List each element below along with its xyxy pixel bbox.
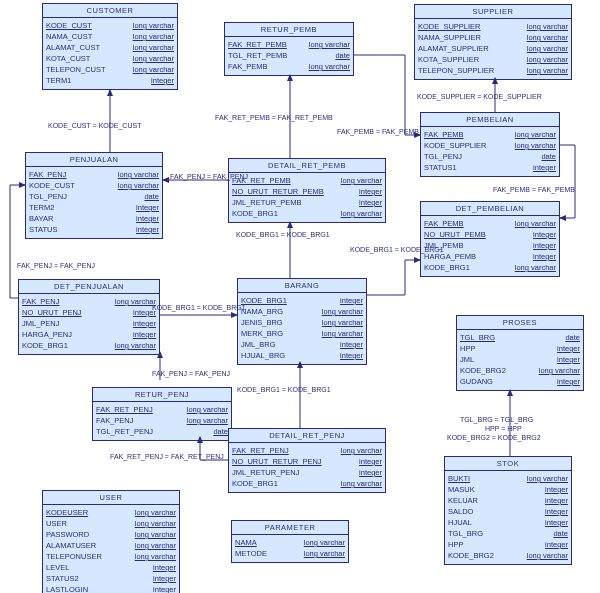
field-type: long varchar — [118, 180, 159, 191]
field-type: long varchar — [133, 64, 174, 75]
rel-label: KODE_BRG1 = KODE_BRG1 — [236, 231, 330, 238]
field-type: integer — [359, 456, 382, 467]
field-type: long varchar — [527, 43, 568, 54]
field-type: long varchar — [133, 20, 174, 31]
rel-label: KODE_BRG2 = KODE_BRG2 — [447, 434, 541, 441]
field-row: HARGA_PENJinteger — [22, 329, 156, 340]
entity-det-penjualan: DET_PENJUALAN FAK_PENJlong varcharNO_URU… — [18, 279, 160, 355]
rel-label: FAK_PENJ = FAK_PENJ — [170, 173, 248, 180]
field-type: long varchar — [309, 39, 350, 50]
field-type: integer — [533, 251, 556, 262]
field-name: TGL_BRG — [460, 332, 495, 343]
field-row: KELUARinteger — [448, 495, 568, 506]
entity-title: DETAIL_RET_PEMB — [229, 159, 385, 173]
field-row: FAK_PENJlong varchar — [22, 296, 156, 307]
rel-label: KODE_CUST = KODE_CUST — [48, 122, 141, 129]
field-type: long varchar — [515, 262, 556, 273]
field-row: HJUALinteger — [448, 517, 568, 528]
field-type: integer — [545, 495, 568, 506]
field-type: long varchar — [341, 175, 382, 186]
field-type: long varchar — [515, 129, 556, 140]
field-name: STATUS2 — [46, 573, 79, 584]
rel-label: TGL_BRG = TGL_BRG — [460, 416, 533, 423]
field-name: JML_BRG — [241, 339, 276, 350]
field-name: TGL_PENJ — [29, 191, 67, 202]
field-name: KOTA_CUST — [46, 53, 90, 64]
field-type: long varchar — [539, 365, 580, 376]
field-name: FAK_RET_PEMB — [228, 39, 287, 50]
field-row: KODEUSERlong varchar — [46, 507, 176, 518]
field-type: date — [541, 151, 556, 162]
rel-label: FAK_PEMB = FAK_PEMB — [337, 128, 419, 135]
field-row: FAK_PEMBlong varchar — [424, 218, 556, 229]
field-name: ALAMATUSER — [46, 540, 96, 551]
field-type: integer — [545, 506, 568, 517]
field-row: KOTA_SUPPLIERlong varchar — [418, 54, 568, 65]
field-row: JMLinteger — [460, 354, 580, 365]
field-row: LEVELinteger — [46, 562, 176, 573]
entity-title: DET_PENJUALAN — [19, 280, 159, 294]
field-name: KODE_CUST — [46, 20, 92, 31]
rel-label: FAK_RET_PENJ = FAK_RET_PENJ — [110, 453, 224, 460]
field-row: NO_URUT_PENJinteger — [22, 307, 156, 318]
entity-supplier: SUPPLIER KODE_SUPPLIERlong varcharNAMA_S… — [414, 4, 572, 80]
field-row: NO_URUT_RETUR_PEMBinteger — [232, 186, 382, 197]
field-row: KODE_SUPPLIERlong varchar — [418, 21, 568, 32]
field-name: HPP — [448, 539, 463, 550]
field-name: GUDANG — [460, 376, 493, 387]
field-name: MERK_BRG — [241, 328, 283, 339]
rel-label: FAK_PEMB = FAK_PEMB — [493, 186, 575, 193]
field-type: long varchar — [322, 328, 363, 339]
field-type: long varchar — [527, 65, 568, 76]
field-type: long varchar — [515, 218, 556, 229]
field-name: NAMA_BRG — [241, 306, 283, 317]
entity-title: BARANG — [238, 279, 366, 293]
field-row: FAK_PEMBlong varchar — [424, 129, 556, 140]
field-name: NAMA_SUPPLIER — [418, 32, 481, 43]
entity-title: STOK — [445, 457, 571, 471]
field-type: long varchar — [515, 140, 556, 151]
field-name: HARGA_PENJ — [22, 329, 72, 340]
field-name: ALAMAT_CUST — [46, 42, 100, 53]
field-row: STATUS2integer — [46, 573, 176, 584]
field-type: long varchar — [187, 415, 228, 426]
field-row: JML_RETUR_PEMBinteger — [232, 197, 382, 208]
field-type: integer — [557, 343, 580, 354]
field-row: FAK_PENJlong varchar — [29, 169, 159, 180]
field-type: long varchar — [309, 61, 350, 72]
rel-label: KODE_SUPPLIER = KODE_SUPPLIER — [417, 93, 542, 100]
field-row: TELEPONUSERlong varchar — [46, 551, 176, 562]
field-type: integer — [340, 295, 363, 306]
field-row: KODE_BRG2long varchar — [448, 550, 568, 561]
field-name: KODE_CUST — [29, 180, 75, 191]
field-row: TGL_PENJdate — [29, 191, 159, 202]
field-type: long varchar — [341, 445, 382, 456]
rel-label: KODE_BRG1 = KODE_BRG1 — [152, 304, 246, 311]
field-row: JML_RETUR_PENJinteger — [232, 467, 382, 478]
field-type: long varchar — [118, 169, 159, 180]
field-name: TELEPONUSER — [46, 551, 102, 562]
entity-penjualan: PENJUALAN FAK_PENJlong varcharKODE_CUSTl… — [25, 152, 163, 239]
field-name: NAMA_CUST — [46, 31, 92, 42]
field-type: long varchar — [135, 507, 176, 518]
field-name: ALAMAT_SUPPLIER — [418, 43, 489, 54]
field-type: long varchar — [133, 42, 174, 53]
field-type: integer — [153, 573, 176, 584]
field-name: KELUAR — [448, 495, 478, 506]
field-name: KODE_BRG1 — [232, 208, 278, 219]
field-type: integer — [153, 562, 176, 573]
field-name: TGL_RET_PEMB — [228, 50, 287, 61]
field-row: FAK_RET_PEMBlong varchar — [232, 175, 382, 186]
field-row: PASSWORDlong varchar — [46, 529, 176, 540]
field-name: JML_RETUR_PEMB — [232, 197, 302, 208]
field-type: date — [213, 426, 228, 437]
field-type: long varchar — [527, 21, 568, 32]
field-row: FAK_PENJlong varchar — [96, 415, 228, 426]
field-name: TELEPON_CUST — [46, 64, 106, 75]
field-type: integer — [359, 197, 382, 208]
field-row: JML_BRGinteger — [241, 339, 363, 350]
field-name: JML — [460, 354, 474, 365]
entity-title: PENJUALAN — [26, 153, 162, 167]
field-name: NO_URUT_PENJ — [22, 307, 82, 318]
field-type: integer — [153, 584, 176, 593]
